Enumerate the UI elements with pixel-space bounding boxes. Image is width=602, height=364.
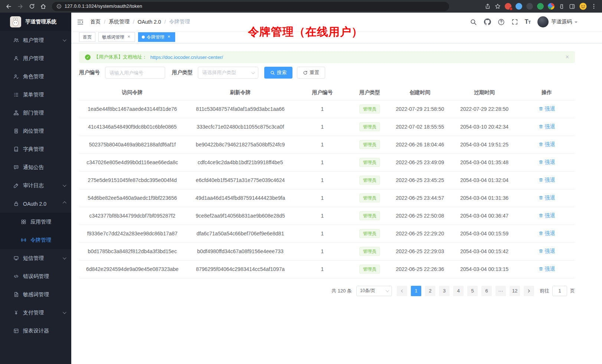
sidebar-item-oauth2[interactable]: OAuth 2.0 <box>0 195 71 213</box>
sidebar-item-menu[interactable]: 菜单管理 <box>0 86 71 104</box>
sidebar-item-role[interactable]: 角色管理 <box>0 67 71 86</box>
bookmark-star-icon[interactable] <box>495 3 501 9</box>
force-logout-button[interactable]: 强退 <box>539 123 555 130</box>
delete-icon <box>539 178 543 182</box>
force-logout-button[interactable]: 强退 <box>539 195 555 201</box>
next-page-button[interactable] <box>524 286 534 296</box>
sidebar-item-dict[interactable]: 字典管理 <box>0 140 71 158</box>
access-token-cell: 41c41346a548490f9dc8b01c6bfe0865 <box>79 118 186 136</box>
force-logout-button[interactable]: 强退 <box>539 106 555 112</box>
chevron-down-icon <box>386 288 389 292</box>
expire-time-cell: 2054-03-10 20:42:34 <box>450 118 518 136</box>
doc-link[interactable]: https://doc.iocoder.cn/user-center/ <box>150 54 223 60</box>
force-logout-button[interactable]: 强退 <box>539 248 555 255</box>
side-panel-icon[interactable] <box>569 3 575 10</box>
sidebar-item-dept[interactable]: 部门管理 <box>0 104 71 122</box>
sidebar-item-notice[interactable]: 通知公告 <box>0 158 71 176</box>
tab-oauth2-token[interactable]: 令牌管理× <box>138 32 175 42</box>
sidebar-item-oauth2-token[interactable]: 令牌管理 <box>0 231 71 249</box>
force-logout-button[interactable]: 强退 <box>539 141 555 148</box>
sidebar-item-user[interactable]: 用户管理 <box>0 49 71 67</box>
extension-icon-blue[interactable] <box>516 3 522 10</box>
access-token-cell: 54d6be82ee5a460a9aedc1f9bf223656 <box>79 189 186 207</box>
chevron-down-icon <box>63 256 66 259</box>
search-icon[interactable] <box>470 19 477 26</box>
action-cell: 强退 <box>518 242 575 260</box>
more-pages-button[interactable]: ··· <box>495 286 506 296</box>
browser-menu-icon[interactable] <box>591 3 597 9</box>
yen-icon <box>13 310 19 315</box>
access-token-cell: b0d1785bc3a8482f812db4a3f3bd15ec <box>79 242 186 260</box>
page-button-2[interactable]: 2 <box>425 286 435 296</box>
tab-label: 首页 <box>83 34 92 40</box>
browser-reload-button[interactable] <box>27 1 37 11</box>
force-logout-button[interactable]: 强退 <box>539 159 555 166</box>
extensions-puzzle-icon[interactable] <box>559 3 565 10</box>
sidebar-item-sms[interactable]: 短信管理 <box>0 249 71 267</box>
site-info-icon[interactable] <box>56 4 62 9</box>
browser-back-button[interactable] <box>4 1 14 11</box>
help-icon[interactable] <box>498 19 505 26</box>
table-row: 41c41346a548490f9dc8b01c6bfe0865333ecfc7… <box>79 118 575 136</box>
address-bar[interactable]: 127.0.0.1:1024/system/oauth2/token <box>52 2 449 11</box>
reset-button[interactable]: 重置 <box>297 67 325 79</box>
fullscreen-icon[interactable] <box>511 19 518 25</box>
column-header: 操作 <box>518 85 575 100</box>
browser-home-button[interactable] <box>38 1 48 11</box>
user-type-cell: 管理员 <box>350 225 390 242</box>
page-size-select[interactable]: 10条/页 <box>356 286 392 296</box>
goto-page-input[interactable] <box>552 286 567 296</box>
browser-profile-avatar[interactable] <box>579 3 587 10</box>
sidebar-item-post[interactable]: 岗位管理 <box>0 122 71 140</box>
sidebar-item-audit-log[interactable]: 审计日志 <box>0 176 71 195</box>
breadcrumb-item[interactable]: 系统管理 <box>109 19 130 25</box>
alert-close-icon[interactable]: × <box>566 54 569 60</box>
sidebar-item-tenant[interactable]: 租户管理 <box>0 31 71 49</box>
page-button-4[interactable]: 4 <box>453 286 464 296</box>
tab-home[interactable]: 首页 <box>79 32 95 42</box>
share-icon[interactable] <box>485 3 491 9</box>
user-menu[interactable]: 芋道源码 <box>537 16 578 27</box>
browser-forward-button[interactable] <box>15 1 25 11</box>
search-button[interactable]: 搜索 <box>264 67 292 79</box>
tab-close-icon[interactable]: × <box>166 34 171 40</box>
token-table: 访问令牌刷新令牌用户编号用户类型创建时间过期时间操作 1ea5e44f8bc14… <box>79 85 575 278</box>
table-row: 6d842e2924594de9a09e45e087323abe8796295f… <box>79 260 575 278</box>
sidebar-item-label: 租户管理 <box>23 37 44 44</box>
force-logout-button[interactable]: 强退 <box>539 230 555 237</box>
breadcrumb-item[interactable]: OAuth 2.0 <box>138 19 161 25</box>
extension-icon-green[interactable] <box>537 3 544 10</box>
page-button-12[interactable]: 12 <box>510 286 520 296</box>
tab-sensitive-word[interactable]: 敏感词管理× <box>98 32 135 42</box>
user-id-input[interactable] <box>105 67 165 79</box>
page-button-3[interactable]: 3 <box>439 286 449 296</box>
delete-icon <box>539 195 543 200</box>
column-header: 访问令牌 <box>79 85 186 100</box>
sidebar-fold-icon[interactable] <box>77 19 84 26</box>
sidebar-item-label: 字典管理 <box>23 146 44 153</box>
sidebar-item-sensitive-word[interactable]: 敏感词管理 <box>0 285 71 304</box>
sidebar-item-oauth2-application[interactable]: 应用管理 <box>0 213 71 231</box>
breadcrumb-item[interactable]: 首页 <box>90 19 101 25</box>
browser-actions <box>485 3 598 10</box>
force-logout-button[interactable]: 强退 <box>539 212 555 219</box>
extension-icon-red[interactable] <box>505 3 511 10</box>
sidebar-item-pay[interactable]: 支付管理 <box>0 304 71 322</box>
font-size-icon[interactable]: TT <box>525 19 531 25</box>
report-icon <box>13 328 19 334</box>
force-logout-button[interactable]: 强退 <box>539 266 555 272</box>
column-header: 刷新令牌 <box>186 85 295 100</box>
page-button-6[interactable]: 6 <box>481 286 492 296</box>
page-button-5[interactable]: 5 <box>467 286 478 296</box>
tab-close-icon[interactable]: × <box>126 34 131 40</box>
sidebar-item-report-designer[interactable]: 报表设计器 <box>0 322 71 340</box>
page-button-1[interactable]: 1 <box>411 286 421 296</box>
prev-page-button[interactable] <box>397 286 407 296</box>
extension-icon-dark[interactable] <box>526 3 533 10</box>
sidebar-item-error-code[interactable]: 错误码管理 <box>0 267 71 285</box>
user-type-select[interactable]: 请选择用户类型 <box>198 67 258 79</box>
user-type-cell: 管理员 <box>350 189 390 207</box>
extension-icon-pinwheel[interactable] <box>548 3 554 10</box>
github-icon[interactable] <box>484 18 491 26</box>
force-logout-button[interactable]: 强退 <box>539 177 555 183</box>
